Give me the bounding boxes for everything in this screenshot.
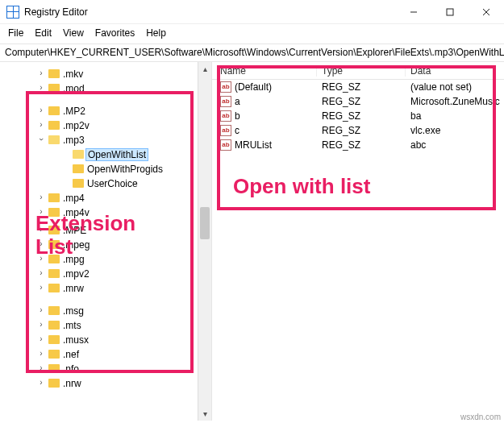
value-row[interactable]: ab(Default) REG_SZ (value not set) [212, 80, 504, 94]
tree-scrollbar[interactable]: ▴ ▾ [198, 62, 211, 421]
tree-item[interactable]: ›.nfo [48, 362, 211, 376]
tree-item[interactable]: ›.mkv [48, 67, 211, 81]
string-value-icon: ab [220, 139, 231, 151]
scroll-thumb[interactable] [200, 207, 210, 239]
minimize-button[interactable] [395, 0, 431, 24]
folder-icon [48, 208, 60, 217]
column-type[interactable]: Type [317, 65, 406, 77]
tree-item[interactable]: UserChoice [48, 176, 211, 191]
folder-icon [48, 106, 60, 115]
tree-item[interactable]: OpenWithProgids [48, 162, 211, 176]
value-row[interactable]: aba REG_SZ Microsoft.ZuneMusic [212, 94, 504, 109]
folder-icon [48, 69, 60, 78]
folder-icon [48, 193, 60, 202]
tree-item[interactable]: ›.msg [48, 304, 211, 318]
address-bar[interactable]: Computer\HKEY_CURRENT_USER\Software\Micr… [0, 44, 504, 62]
string-value-icon: ab [220, 96, 231, 107]
tree-item[interactable]: ›.nef [48, 347, 211, 362]
string-value-icon: ab [220, 125, 231, 136]
value-row[interactable]: abb REG_SZ ba [212, 109, 504, 123]
menu-help[interactable]: Help [146, 27, 166, 39]
tree-item[interactable]: ›.MP2 [48, 104, 211, 118]
tree-item[interactable]: ›.MPE [48, 223, 211, 238]
folder-icon [48, 84, 60, 93]
folder-icon [73, 179, 84, 188]
chevron-down-icon[interactable]: › [37, 135, 45, 143]
content-area: ›.mkv ›.mod ›.MP2 ›.mp2v ›.mp3 OpenWithL… [0, 62, 504, 421]
values-pane[interactable]: Name Type Data ab(Default) REG_SZ (value… [212, 62, 504, 421]
folder-icon [48, 379, 60, 388]
folder-icon [48, 240, 60, 249]
string-value-icon: ab [220, 81, 231, 93]
folder-icon [48, 269, 60, 278]
string-value-icon: ab [220, 110, 231, 122]
folder-icon [48, 121, 60, 130]
folder-icon [48, 306, 60, 315]
tree-item[interactable]: ›.mp2v [48, 118, 211, 133]
column-data[interactable]: Data [406, 65, 504, 77]
menu-bar: File Edit View Favorites Help [0, 24, 504, 44]
menu-favorites[interactable]: Favorites [95, 27, 135, 39]
tree-item[interactable]: ›.mod [48, 81, 211, 96]
annotation-label-right: Open with list [233, 175, 370, 198]
column-name[interactable]: Name [212, 65, 317, 77]
window-title: Registry Editor [24, 6, 88, 18]
folder-icon [48, 226, 60, 234]
tree-item[interactable]: ›.mpeg [48, 238, 211, 252]
tree-item[interactable]: ›.mp4v [48, 205, 211, 220]
folder-open-icon [73, 150, 84, 159]
folder-icon [48, 255, 60, 263]
folder-icon [73, 164, 84, 173]
tree-item[interactable]: ›.mrw [48, 281, 211, 296]
folder-icon [48, 364, 60, 373]
tree-item[interactable]: ›.mpv2 [48, 267, 211, 281]
tree-pane[interactable]: ›.mkv ›.mod ›.MP2 ›.mp2v ›.mp3 OpenWithL… [0, 62, 212, 421]
menu-file[interactable]: File [8, 27, 23, 39]
folder-icon [48, 350, 60, 359]
scroll-down-icon[interactable]: ▾ [198, 407, 211, 421]
tree-item[interactable]: ›.musx [48, 333, 211, 347]
menu-edit[interactable]: Edit [35, 27, 52, 39]
tree-item[interactable]: ›.mp4 [48, 191, 211, 205]
tree-item[interactable]: ›.nrw [48, 376, 211, 391]
value-row[interactable]: abMRUList REG_SZ abc [212, 138, 504, 152]
maximize-button[interactable] [431, 0, 468, 24]
value-rows: ab(Default) REG_SZ (value not set) aba R… [212, 80, 504, 152]
tree-item-mp3[interactable]: ›.mp3 [48, 133, 211, 147]
tree-item[interactable]: ›.mts [48, 318, 211, 333]
tree-item[interactable]: ›.mpg [48, 252, 211, 267]
title-bar: Registry Editor [0, 0, 504, 24]
folder-open-icon [48, 135, 60, 144]
column-headers: Name Type Data [212, 62, 504, 80]
close-button[interactable] [468, 0, 504, 24]
tree-item-openwithlist[interactable]: OpenWithList [48, 147, 211, 162]
menu-view[interactable]: View [63, 27, 84, 39]
folder-icon [48, 321, 60, 330]
regedit-icon [6, 6, 19, 19]
watermark: wsxdn.com [460, 413, 501, 421]
scroll-up-icon[interactable]: ▴ [198, 62, 211, 76]
value-row[interactable]: abc REG_SZ vlc.exe [212, 123, 504, 138]
svg-rect-1 [447, 9, 453, 15]
folder-icon [48, 335, 60, 344]
folder-icon [48, 284, 60, 292]
